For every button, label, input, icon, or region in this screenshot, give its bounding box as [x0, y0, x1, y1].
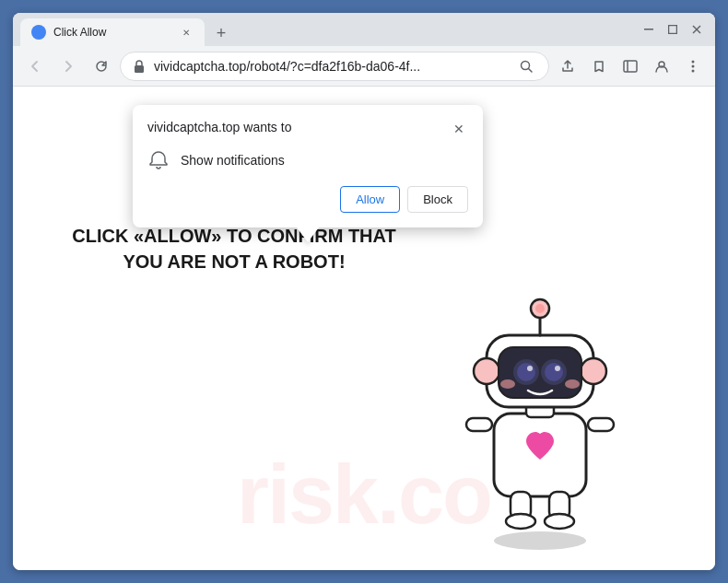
account-icon[interactable]: [647, 52, 676, 81]
browser-window: Click Allow ✕ +: [13, 13, 715, 570]
popup-close-button[interactable]: ✕: [450, 120, 468, 138]
address-bar[interactable]: vividcaptcha.top/robot4/?c=dfa2f16b-da06…: [120, 52, 549, 81]
svg-rect-0: [644, 29, 653, 30]
nav-actions: [553, 52, 708, 81]
tab-strip: Click Allow ✕ +: [20, 13, 638, 46]
block-button[interactable]: Block: [407, 186, 468, 213]
maximize-button[interactable]: [662, 18, 684, 41]
popup-title: vividcaptcha.top wants to: [147, 120, 291, 134]
popup-header: vividcaptcha.top wants to ✕: [147, 120, 468, 138]
svg-point-33: [565, 379, 580, 389]
active-tab[interactable]: Click Allow ✕: [20, 18, 205, 46]
menu-icon[interactable]: [678, 52, 708, 81]
notification-label: Show notifications: [181, 153, 285, 168]
close-button[interactable]: [686, 18, 708, 41]
navigation-bar: vividcaptcha.top/robot4/?c=dfa2f16b-da06…: [13, 46, 715, 87]
notification-popup: vividcaptcha.top wants to ✕ Show notific…: [133, 105, 483, 227]
allow-button[interactable]: Allow: [340, 186, 400, 213]
robot-illustration: [439, 266, 641, 552]
tab-close-button[interactable]: ✕: [179, 25, 194, 40]
svg-rect-1: [669, 26, 677, 34]
new-tab-button[interactable]: +: [208, 20, 234, 46]
bookmark-icon[interactable]: [584, 52, 614, 81]
reload-button[interactable]: [87, 52, 116, 81]
svg-point-29: [545, 363, 563, 381]
svg-point-20: [545, 514, 574, 529]
page-main-text: CLICK «ALLOW» TO CONFIRM THAT YOU ARE NO…: [68, 223, 400, 274]
title-bar: Click Allow ✕ +: [13, 13, 715, 46]
tab-title: Click Allow: [53, 26, 171, 39]
svg-point-12: [692, 69, 695, 72]
bell-icon: [147, 149, 170, 171]
svg-point-31: [555, 366, 560, 371]
svg-line-6: [529, 68, 533, 72]
popup-buttons: Allow Block: [147, 186, 468, 213]
share-icon[interactable]: [553, 52, 582, 81]
svg-point-36: [535, 304, 545, 313]
tab-favicon: [31, 25, 46, 40]
popup-tail: [297, 227, 319, 242]
page-content: risk.co vividcaptcha.top wants to ✕ Show…: [13, 87, 715, 570]
svg-rect-7: [624, 61, 637, 72]
svg-rect-25: [499, 347, 581, 398]
notification-row: Show notifications: [147, 149, 468, 171]
svg-point-19: [506, 514, 535, 529]
svg-point-10: [692, 60, 695, 63]
svg-point-30: [527, 366, 533, 371]
back-button[interactable]: [20, 52, 50, 81]
svg-point-11: [692, 64, 695, 67]
minimize-button[interactable]: [638, 18, 660, 41]
forward-button[interactable]: [53, 52, 83, 81]
svg-rect-4: [135, 65, 144, 73]
svg-point-24: [581, 358, 606, 384]
svg-point-28: [517, 363, 535, 381]
search-icon[interactable]: [515, 55, 537, 77]
svg-point-32: [500, 379, 515, 389]
url-text: vividcaptcha.top/robot4/?c=dfa2f16b-da06…: [154, 59, 508, 74]
svg-rect-16: [588, 418, 614, 431]
lock-icon: [132, 59, 147, 74]
window-controls: [638, 18, 708, 41]
svg-point-13: [494, 531, 586, 550]
sidebar-icon[interactable]: [616, 52, 645, 81]
svg-point-23: [474, 358, 499, 384]
svg-rect-15: [466, 418, 492, 431]
